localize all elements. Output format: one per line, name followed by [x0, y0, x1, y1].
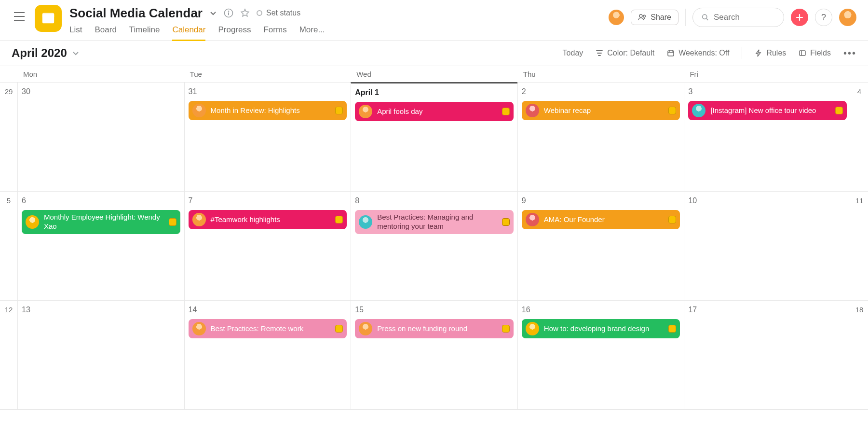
- event-badge: [169, 218, 176, 226]
- day-number: 3: [688, 87, 847, 96]
- day-cell[interactable]: 16How to: developing brand design: [517, 301, 684, 409]
- day-header: Mon Tue Wed Thu Fri: [0, 66, 868, 83]
- calendar-event[interactable]: How to: developing brand design: [522, 319, 680, 338]
- menu-toggle[interactable]: [12, 9, 27, 24]
- day-cell[interactable]: 3[Instagram] New office tour video: [684, 83, 851, 191]
- plus-icon: [796, 14, 803, 21]
- day-cell[interactable]: 9AMA: Our Founder: [517, 192, 684, 300]
- fields-label: Fields: [810, 49, 831, 57]
- day-cell[interactable]: 2Webinar recap: [517, 83, 684, 191]
- calendar-event[interactable]: AMA: Our Founder: [522, 210, 680, 229]
- event-badge: [502, 325, 510, 333]
- svg-point-4: [228, 11, 229, 12]
- assignee-avatar: [359, 322, 372, 335]
- calendar-event[interactable]: #Teamwork highlights: [189, 210, 347, 229]
- day-cell[interactable]: 8Best Practices: Managing and mentoring …: [351, 192, 517, 300]
- color-filter[interactable]: Color: Default: [596, 49, 654, 57]
- event-title: Webinar recap: [544, 106, 664, 115]
- set-status-label: Set status: [266, 9, 300, 17]
- user-avatar[interactable]: [839, 9, 856, 26]
- day-cell[interactable]: April 1April fools day: [351, 82, 517, 191]
- tab-list[interactable]: List: [69, 25, 82, 41]
- tab-progress[interactable]: Progress: [218, 25, 251, 41]
- svg-rect-5: [228, 13, 229, 15]
- color-filter-label: Color: Default: [607, 49, 654, 57]
- search-box[interactable]: [692, 8, 784, 27]
- event-title: Press on new funding round: [377, 324, 497, 334]
- weekends-label: Weekends: Off: [678, 49, 729, 57]
- left-gutter: 12: [0, 301, 17, 409]
- event-title: Best Practices: Remote work: [211, 324, 331, 334]
- info-icon[interactable]: [224, 8, 233, 18]
- event-badge: [502, 108, 510, 115]
- help-label: ?: [821, 13, 826, 23]
- right-gutter: 18: [851, 301, 868, 409]
- calendar-icon: [667, 49, 675, 57]
- weekends-toggle[interactable]: Weekends: Off: [667, 49, 729, 57]
- svg-point-8: [703, 14, 707, 19]
- gutter-header: [0, 66, 17, 82]
- calendar-event[interactable]: [Instagram] New office tour video: [688, 101, 847, 120]
- topbar: Social Media Calendar Set status ListBoa…: [0, 0, 868, 41]
- calendar-event[interactable]: Webinar recap: [522, 101, 680, 120]
- day-name: Fri: [684, 66, 851, 82]
- day-name: Thu: [517, 66, 684, 82]
- share-button[interactable]: Share: [631, 10, 678, 25]
- day-name: Tue: [184, 66, 351, 82]
- today-button[interactable]: Today: [563, 49, 583, 57]
- calendar-event[interactable]: April fools day: [355, 102, 514, 121]
- day-number: 13: [22, 306, 180, 314]
- assignee-avatar: [26, 215, 39, 229]
- title-dropdown[interactable]: [209, 9, 217, 17]
- day-cell[interactable]: 14Best Practices: Remote work: [184, 301, 351, 409]
- tab-forms[interactable]: Forms: [263, 25, 286, 41]
- day-cell[interactable]: 13: [17, 301, 184, 409]
- help-button[interactable]: ?: [815, 9, 832, 26]
- calendar-event[interactable]: Best Practices: Managing and mentoring y…: [355, 210, 514, 234]
- day-number: 6: [22, 196, 180, 205]
- calendar-event[interactable]: Press on new funding round: [355, 319, 514, 338]
- day-cell[interactable]: 10: [684, 192, 851, 300]
- month-picker[interactable]: April 2020: [12, 46, 80, 60]
- fields-button[interactable]: Fields: [799, 49, 831, 57]
- day-cell[interactable]: 6Monthly Employee Highlight: Wendy Xao: [17, 192, 184, 300]
- calendar-event[interactable]: Best Practices: Remote work: [189, 319, 347, 338]
- day-name: Mon: [17, 66, 184, 82]
- calendar-event[interactable]: Monthly Employee Highlight: Wendy Xao: [22, 210, 180, 234]
- share-label: Share: [651, 13, 671, 22]
- day-cell[interactable]: 31Month in Review: Highlights: [184, 83, 351, 191]
- tab-board[interactable]: Board: [95, 25, 116, 41]
- event-badge: [668, 107, 676, 114]
- search-input[interactable]: [714, 13, 775, 22]
- day-cell[interactable]: 17: [684, 301, 851, 409]
- assignee-avatar: [692, 104, 705, 117]
- calendar: Mon Tue Wed Thu Fri 293031Month in Revie…: [0, 66, 868, 410]
- day-cell[interactable]: 30: [17, 83, 184, 191]
- right-gutter: 4: [851, 83, 868, 191]
- tab-more[interactable]: More...: [299, 25, 325, 41]
- tab-calendar[interactable]: Calendar: [172, 25, 205, 41]
- tab-timeline[interactable]: Timeline: [129, 25, 160, 41]
- day-number: 10: [688, 196, 847, 205]
- day-number: April 1: [355, 88, 514, 97]
- day-cell[interactable]: 7#Teamwork highlights: [184, 192, 351, 300]
- add-button[interactable]: [791, 9, 808, 26]
- day-number: 2: [522, 87, 680, 96]
- right-gutter: 11: [851, 192, 868, 300]
- day-number: 16: [522, 306, 680, 314]
- project-icon: [35, 5, 62, 32]
- calendar-toolbar: April 2020 Today Color: Default Weekends…: [0, 41, 868, 66]
- event-title: Monthly Employee Highlight: Wendy Xao: [44, 213, 164, 231]
- search-icon: [702, 13, 709, 22]
- more-options[interactable]: •••: [843, 48, 856, 59]
- set-status[interactable]: Set status: [257, 9, 300, 17]
- day-cell[interactable]: 15Press on new funding round: [351, 301, 517, 409]
- gutter-header: [851, 66, 868, 82]
- divider: [742, 47, 742, 59]
- star-icon[interactable]: [240, 8, 250, 18]
- calendar-event[interactable]: Month in Review: Highlights: [189, 101, 347, 120]
- svg-rect-9: [668, 51, 674, 56]
- rules-button[interactable]: Rules: [755, 49, 786, 57]
- member-avatar[interactable]: [609, 10, 624, 25]
- assignee-avatar: [192, 322, 206, 335]
